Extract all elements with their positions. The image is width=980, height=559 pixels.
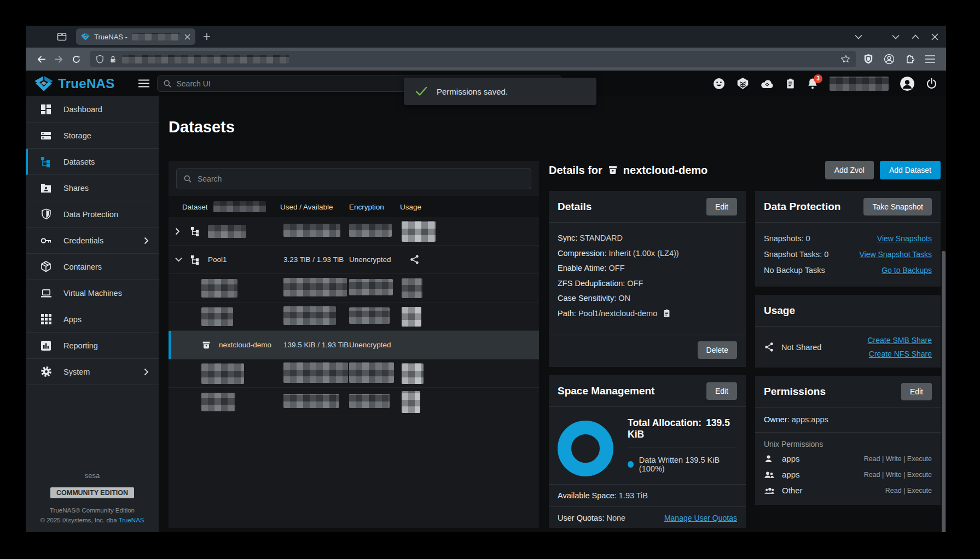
truecommand-icon[interactable] xyxy=(737,77,749,90)
tab-close-icon[interactable] xyxy=(184,34,190,40)
row-usage-redacted xyxy=(402,363,424,384)
window-minimize-icon[interactable] xyxy=(892,34,900,39)
table-row[interactable] xyxy=(169,217,539,246)
row-encryption-redacted xyxy=(349,279,393,295)
table-row-nextcloud-demo[interactable]: nextcloud-demo 139.5 KiB / 1.93 TiB Unen… xyxy=(169,331,539,359)
sidebar-item-storage[interactable]: Storage xyxy=(26,123,159,149)
sidebar-item-reporting[interactable]: Reporting xyxy=(26,333,159,359)
account-icon[interactable] xyxy=(884,54,895,65)
tracking-protection-shield-icon[interactable] xyxy=(96,55,104,64)
window-maximize-icon[interactable] xyxy=(912,34,919,39)
notifications-bell-icon[interactable]: 3 xyxy=(807,78,818,90)
truenas-logo[interactable]: TrueNAS xyxy=(34,76,114,91)
sidebar-item-dashboard[interactable]: Dashboard xyxy=(26,96,159,123)
table-row[interactable] xyxy=(169,388,539,416)
check-icon xyxy=(415,86,427,96)
sidebar-item-datasets[interactable]: Datasets xyxy=(26,149,159,175)
adblock-extension-icon[interactable] xyxy=(863,54,873,65)
view-snapshot-tasks-link[interactable]: View Snapshot Tasks xyxy=(859,247,932,263)
browser-tab[interactable]: TrueNAS - xyxy=(76,28,195,45)
selected-used-available: 139.5 KiB / 1.93 TiB xyxy=(283,341,349,349)
menu-hamburger-icon[interactable] xyxy=(925,55,935,63)
feedback-smiley-icon[interactable] xyxy=(713,78,725,90)
create-smb-share-link[interactable]: Create SMB Share xyxy=(868,336,932,345)
details-area: Details for nextcloud-demo Add Zvol Add … xyxy=(549,161,941,528)
row-usage-redacted xyxy=(402,307,421,327)
truecloud-icon[interactable] xyxy=(761,78,774,89)
community-edition-badge: COMMUNITY EDITION xyxy=(50,487,134,498)
column-header-encryption[interactable]: Encryption xyxy=(349,203,400,211)
extensions-puzzle-icon[interactable] xyxy=(905,54,915,64)
lock-warning-icon[interactable] xyxy=(109,55,117,64)
user-avatar[interactable] xyxy=(900,77,914,91)
copy-path-icon[interactable] xyxy=(663,308,671,318)
sidebar-item-system[interactable]: System xyxy=(26,359,159,385)
forward-icon[interactable] xyxy=(50,50,67,68)
table-row[interactable] xyxy=(169,274,539,302)
dataset-table-panel: Dataset Used / Available Encryption Usag… xyxy=(169,161,539,528)
back-icon[interactable] xyxy=(32,50,50,68)
screenshot: TrueNAS - xyxy=(0,0,980,559)
storage-icon xyxy=(40,130,52,141)
key-icon xyxy=(40,237,52,244)
row-encryption-redacted xyxy=(349,394,390,408)
take-snapshot-button[interactable]: Take Snapshot xyxy=(863,198,932,216)
details-edit-button[interactable]: Edit xyxy=(706,198,737,216)
detail-zfs-deduplication: ZFS DeduplicationOFF xyxy=(558,276,737,292)
jobs-clipboard-icon[interactable] xyxy=(785,78,796,90)
firefox-view-icon[interactable] xyxy=(56,31,67,42)
dataset-search-input[interactable] xyxy=(198,174,524,183)
shares-folder-icon xyxy=(40,183,52,193)
reload-icon[interactable] xyxy=(67,50,85,68)
bookmark-star-icon[interactable] xyxy=(841,55,850,64)
hostname-redacted[interactable] xyxy=(830,77,889,91)
backup-tasks-row: No Backup Tasks Go to Backups xyxy=(764,263,932,278)
permissions-edit-button[interactable]: Edit xyxy=(901,383,932,400)
sidebar-item-containers[interactable]: Containers xyxy=(26,254,159,280)
collapse-chevron-icon[interactable] xyxy=(175,257,190,262)
space-edit-button[interactable]: Edit xyxy=(706,382,737,400)
manage-user-quotas-link[interactable]: Manage User Quotas xyxy=(664,514,737,522)
expand-chevron-icon[interactable] xyxy=(175,228,190,235)
dataset-tree-icon xyxy=(190,226,200,236)
sidebar-item-shares[interactable]: Shares xyxy=(26,175,159,201)
chevron-right-icon xyxy=(144,368,149,376)
go-to-backups-link[interactable]: Go to Backups xyxy=(882,263,932,278)
view-snapshots-link[interactable]: View Snapshots xyxy=(877,231,932,247)
row-name-redacted xyxy=(201,363,244,384)
list-all-tabs-icon[interactable] xyxy=(855,34,862,39)
add-zvol-button[interactable]: Add Zvol xyxy=(825,161,874,179)
power-icon[interactable] xyxy=(926,78,937,89)
window-close-icon[interactable] xyxy=(931,33,938,40)
column-header-usage[interactable]: Usage xyxy=(400,203,539,211)
scrollbar-thumb[interactable] xyxy=(942,251,946,532)
column-header-dataset[interactable]: Dataset xyxy=(182,201,280,212)
row-used-redacted xyxy=(283,394,339,408)
sidebar-item-virtual-machines[interactable]: Virtual Machines xyxy=(26,280,159,306)
delete-button[interactable]: Delete xyxy=(698,341,737,359)
create-nfs-share-link[interactable]: Create NFS Share xyxy=(869,350,932,358)
table-row[interactable] xyxy=(169,302,539,331)
share-icon[interactable] xyxy=(409,254,420,265)
url-redacted xyxy=(122,55,289,63)
url-bar[interactable] xyxy=(90,51,856,67)
details-for-title: Details for nextcloud-demo xyxy=(549,164,708,177)
snapshots-row: Snapshots: 0 View Snapshots xyxy=(764,231,932,247)
gear-icon xyxy=(40,366,52,377)
sidebar-item-data-protection[interactable]: Data Protection xyxy=(26,201,159,228)
truenas-link[interactable]: TrueNAS xyxy=(119,517,144,523)
sidebar-toggle-icon[interactable] xyxy=(138,79,149,88)
row-usage-redacted xyxy=(402,391,420,413)
data-protection-title: Data Protection xyxy=(764,201,840,213)
usage-card: Usage Not Shared xyxy=(755,295,941,368)
edition-label: TrueNAS® Community Edition xyxy=(26,507,159,514)
new-tab-button[interactable] xyxy=(203,33,211,40)
sidebar-item-apps[interactable]: Apps xyxy=(26,306,159,333)
table-row-pool1[interactable]: Pool1 3.23 TiB / 1.93 TiB Unencrypted xyxy=(169,246,539,274)
shield-icon xyxy=(40,208,52,220)
table-row[interactable] xyxy=(169,359,539,388)
column-header-used-available[interactable]: Used / Available xyxy=(280,203,349,211)
sidebar-item-credentials[interactable]: Credentials xyxy=(26,228,159,254)
dataset-search[interactable] xyxy=(176,168,531,189)
add-dataset-button[interactable]: Add Dataset xyxy=(880,161,941,179)
